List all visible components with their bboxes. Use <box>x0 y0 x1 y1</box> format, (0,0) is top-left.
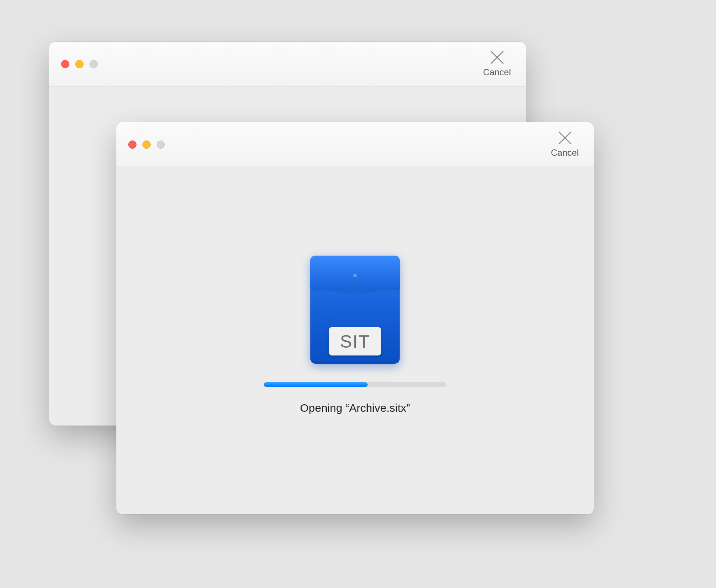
close-icon <box>488 48 506 66</box>
progress-bar <box>264 382 446 387</box>
close-icon <box>556 129 574 147</box>
titlebar: Cancel <box>116 122 594 167</box>
window-close-button[interactable] <box>128 140 136 149</box>
traffic-lights <box>128 140 165 149</box>
archive-file-icon: SIT <box>310 256 400 364</box>
window-minimize-button[interactable] <box>75 60 84 68</box>
cancel-button[interactable]: Cancel <box>483 48 511 78</box>
archive-type-badge: SIT <box>329 327 381 355</box>
window-zoom-button[interactable] <box>157 140 165 149</box>
cancel-label: Cancel <box>483 67 511 78</box>
cancel-label: Cancel <box>551 148 579 158</box>
window-minimize-button[interactable] <box>142 140 151 149</box>
window-close-button[interactable] <box>61 60 69 68</box>
window-body: SIT Opening “Archive.sitx” <box>116 167 594 514</box>
traffic-lights <box>61 60 98 68</box>
progress-fill <box>264 382 368 387</box>
window-zoom-button[interactable] <box>90 60 98 68</box>
cancel-button[interactable]: Cancel <box>551 129 579 158</box>
foreground-window: Cancel SIT Opening “Archive.sitx” <box>116 122 594 514</box>
status-text: Opening “Archive.sitx” <box>300 402 410 414</box>
titlebar: Cancel <box>49 42 526 86</box>
